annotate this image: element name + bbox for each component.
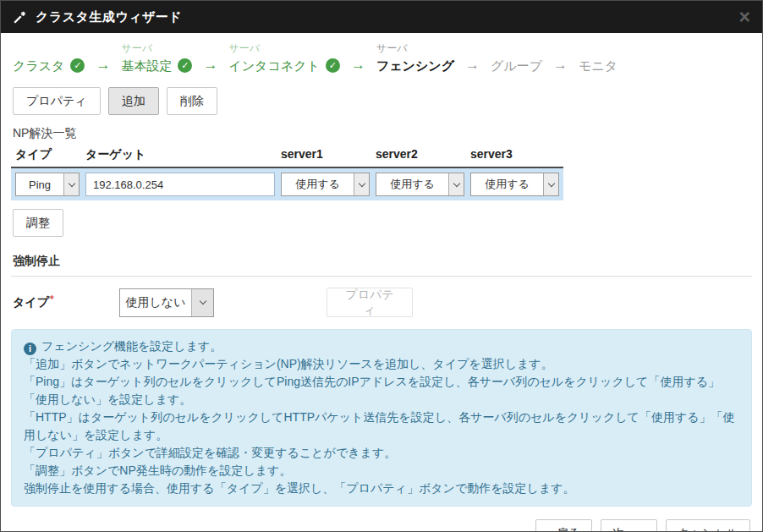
info-icon: i (24, 343, 36, 355)
dialog-title: クラスタ生成ウィザード (36, 9, 182, 25)
step-label: フェンシング (376, 57, 454, 74)
step-monitor: モニタ (579, 41, 618, 74)
step-interconnect: サーバ インタコネクト✓ (228, 41, 339, 74)
col-server3-header: server3 (470, 147, 559, 162)
info-line: iフェンシング機能を設定します。 (24, 337, 739, 355)
forced-stop-type-label: タイプ* (13, 295, 119, 310)
tune-button[interactable]: 調整 (13, 209, 63, 237)
forced-stop-title: 強制停止 (13, 254, 750, 269)
col-type-header: タイプ (15, 147, 80, 162)
required-asterisk: * (50, 293, 54, 305)
info-line: 「HTTP」はターゲット列のセルをクリックしてHTTPパケット送信先を設定し、各… (24, 409, 739, 444)
step-label: インタコネクト (228, 57, 319, 74)
next-button[interactable]: 次へ▶ (601, 519, 657, 532)
chevron-down-icon (191, 289, 213, 316)
check-icon: ✓ (178, 58, 192, 73)
step-basic-settings: サーバ 基本設定✓ (121, 41, 192, 74)
arrow-icon: → (96, 56, 110, 74)
step-fencing: サーバ フェンシング (376, 41, 454, 74)
step-label: モニタ (579, 57, 618, 74)
info-line: 「追加」ボタンでネットワークパーティション(NP)解決リソースを追加し、タイプを… (24, 355, 739, 373)
server1-select[interactable]: 使用する (281, 173, 370, 196)
check-icon: ✓ (326, 58, 340, 73)
col-server2-header: server2 (376, 147, 464, 162)
arrow-icon: → (203, 56, 217, 74)
step-label: グループ (491, 57, 542, 74)
step-group: グループ (491, 41, 542, 74)
step-cluster: クラスタ✓ (13, 41, 85, 74)
server2-select[interactable]: 使用する (376, 173, 464, 196)
info-line: 「調整」ボタンでNP発生時の動作を設定します。 (24, 462, 739, 480)
step-label: 基本設定 (121, 57, 172, 74)
properties-button[interactable]: プロパティ (13, 87, 101, 115)
step-label: クラスタ (13, 57, 64, 74)
np-table-header: タイプ ターゲット server1 server2 server3 (11, 147, 563, 168)
table-row: Ping 使用する 使用する 使用する (11, 168, 563, 200)
col-server1-header: server1 (281, 147, 370, 162)
forced-stop-row: タイプ* 使用しない プロパティ (13, 288, 750, 317)
add-button[interactable]: 追加 (108, 87, 159, 115)
forced-stop-properties-button[interactable]: プロパティ (327, 288, 413, 317)
cancel-button[interactable]: キャンセル (666, 519, 750, 532)
wizard-wand-icon (13, 9, 28, 25)
type-select[interactable]: Ping (15, 173, 80, 196)
np-resolution-table: タイプ ターゲット server1 server2 server3 Ping 使… (11, 147, 563, 200)
info-line: 「プロパティ」ボタンで詳細設定を確認・変更することができます。 (24, 444, 739, 462)
arrow-icon: → (351, 56, 365, 74)
np-list-caption: NP解決一覧 (13, 126, 750, 141)
np-toolbar: プロパティ 追加 削除 (1, 85, 762, 115)
target-input[interactable] (85, 173, 275, 196)
back-button[interactable]: ◀戻る (535, 519, 592, 532)
step-nav: クラスタ✓ → サーバ 基本設定✓ → サーバ インタコネクト✓ → サーバ フ… (1, 33, 762, 85)
chevron-down-icon (63, 173, 79, 195)
info-line: 強制停止を使用する場合、使用する「タイプ」を選択し、「プロパティ」ボタンで動作を… (24, 480, 739, 497)
section-divider (11, 276, 752, 277)
arrow-icon: → (465, 56, 480, 74)
arrow-icon: → (553, 56, 568, 74)
close-icon[interactable]: × (739, 8, 750, 27)
delete-button[interactable]: 削除 (167, 87, 217, 115)
col-target-header: ターゲット (85, 147, 275, 162)
info-line: 「Ping」はターゲット列のセルをクリックしてPing送信先のIPアドレスを設定… (24, 373, 739, 409)
cluster-wizard-dialog: クラスタ生成ウィザード × クラスタ✓ → サーバ 基本設定✓ → サーバ イン… (0, 0, 763, 532)
chevron-down-icon (354, 173, 369, 195)
server3-select[interactable]: 使用する (470, 173, 559, 196)
chevron-down-icon (543, 173, 558, 195)
check-icon: ✓ (70, 58, 85, 73)
chevron-down-icon (448, 173, 464, 195)
footer: ◀戻る 次へ▶ キャンセル (13, 519, 750, 532)
info-box: iフェンシング機能を設定します。 「追加」ボタンでネットワークパーティション(N… (11, 329, 752, 507)
forced-stop-type-select[interactable]: 使用しない (119, 288, 214, 317)
titlebar: クラスタ生成ウィザード × (1, 1, 762, 33)
